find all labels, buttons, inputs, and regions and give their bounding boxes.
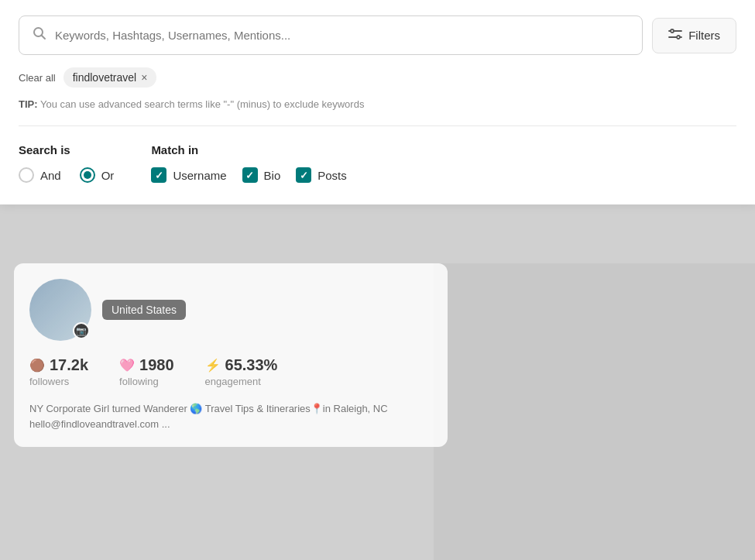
radio-and-label: And <box>40 169 61 182</box>
checkbox-group: ✓ Username ✓ Bio ✓ Posts <box>151 167 346 183</box>
engagement-stat: ⚡ 65.33% engagement <box>205 356 278 387</box>
radio-group: And Or <box>19 167 114 183</box>
following-stat: 🩷 1980 following <box>119 356 174 387</box>
radio-or-label: Or <box>101 169 115 182</box>
radio-or-inner <box>84 171 91 179</box>
filters-button[interactable]: Filters <box>652 18 736 53</box>
checkbox-bio-check: ✓ <box>245 170 254 180</box>
radio-and[interactable]: And <box>19 167 61 183</box>
search-icon <box>32 26 47 45</box>
checkbox-posts[interactable]: ✓ Posts <box>296 167 347 183</box>
divider <box>19 125 736 126</box>
followers-value-row: 🟤 17.2k <box>29 356 88 374</box>
followers-label: followers <box>29 376 88 387</box>
checkbox-username-label: Username <box>173 169 226 182</box>
search-options-row: Search is And Or Match in <box>19 143 736 183</box>
engagement-label: engagement <box>205 376 278 387</box>
person-icon: 🟤 <box>29 358 45 373</box>
radio-or[interactable]: Or <box>80 167 115 183</box>
location-badge: United States <box>102 300 186 320</box>
following-label: following <box>119 376 174 387</box>
radio-or-circle <box>80 167 95 183</box>
instagram-badge: 📷 <box>73 322 90 339</box>
bio-text: NY Corporate Girl turned Wanderer 🌎 Trav… <box>29 401 432 431</box>
checkbox-bio-label: Bio <box>264 169 281 182</box>
checkbox-posts-label: Posts <box>317 169 347 182</box>
filters-icon <box>668 28 682 43</box>
gray-background <box>434 263 755 560</box>
checkbox-bio-box: ✓ <box>242 167 258 183</box>
tag-chip-findlovetravel: findlovetravel × <box>63 67 157 88</box>
tip-text: You can use advanced search terms like "… <box>38 98 365 110</box>
followers-value: 17.2k <box>50 356 88 374</box>
following-value-row: 🩷 1980 <box>119 356 174 374</box>
search-input[interactable] <box>55 29 630 42</box>
checkbox-username-box: ✓ <box>151 167 166 183</box>
checkbox-username[interactable]: ✓ Username <box>151 167 226 183</box>
heart-icon: 🩷 <box>119 358 135 373</box>
following-value: 1980 <box>139 356 174 374</box>
engagement-value: 65.33% <box>225 356 278 374</box>
engagement-value-row: ⚡ 65.33% <box>205 356 278 374</box>
tip-row: TIP: You can use advanced search terms l… <box>19 98 736 110</box>
followers-stat: 🟤 17.2k followers <box>29 356 88 387</box>
svg-point-4 <box>671 29 674 33</box>
search-row: Filters <box>19 15 736 55</box>
instagram-icon: 📷 <box>76 326 87 336</box>
tag-chip-label: findlovetravel <box>73 71 137 84</box>
tag-chip-remove-button[interactable]: × <box>141 72 147 83</box>
checkbox-bio[interactable]: ✓ Bio <box>242 167 281 183</box>
tags-row: Clear all findlovetravel × <box>19 67 736 88</box>
svg-point-5 <box>677 36 680 39</box>
card-header: 📷 United States <box>29 279 432 341</box>
search-panel: Filters Clear all findlovetravel × TIP: … <box>0 0 755 204</box>
search-is-label: Search is <box>19 143 114 156</box>
match-in-label: Match in <box>151 143 346 156</box>
svg-line-1 <box>42 36 46 40</box>
checkbox-username-check: ✓ <box>155 170 163 180</box>
tip-prefix: TIP: <box>19 98 38 110</box>
checkbox-posts-box: ✓ <box>296 167 311 183</box>
filters-label: Filters <box>688 29 720 42</box>
bolt-icon: ⚡ <box>205 358 221 373</box>
profile-card: 📷 United States 🟤 17.2k followers 🩷 1980… <box>14 263 448 447</box>
checkbox-posts-check: ✓ <box>300 170 308 180</box>
radio-and-circle <box>19 167 34 183</box>
match-in-group: Match in ✓ Username ✓ Bio ✓ <box>151 143 346 183</box>
search-is-group: Search is And Or <box>19 143 114 183</box>
stats-row: 🟤 17.2k followers 🩷 1980 following ⚡ 65.… <box>29 356 432 387</box>
clear-all-button[interactable]: Clear all <box>19 72 56 84</box>
avatar-wrap: 📷 <box>29 279 91 341</box>
search-box[interactable] <box>19 15 643 55</box>
